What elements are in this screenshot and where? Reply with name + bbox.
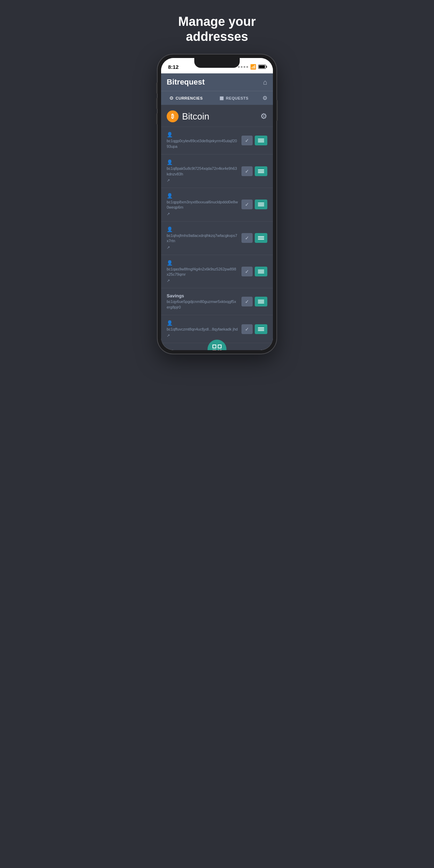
tab-requests-label: REQUESTS (226, 96, 249, 100)
filter-icon[interactable]: ⚙ (262, 95, 267, 101)
menu-line (258, 329, 264, 330)
menu-line (258, 271, 264, 272)
svg-rect-4 (212, 350, 216, 350)
address-label-row-3: 👤 (167, 193, 238, 198)
menu-line (258, 239, 264, 240)
person-icon-3: 👤 (167, 193, 173, 198)
address-label-row-2: 👤 (167, 159, 238, 165)
check-button-5[interactable]: ✓ (241, 267, 253, 276)
hero-title: Manage your addresses (145, 0, 289, 55)
address-with-link-5: bc1qas9w8fmgf4g4n2x6k9sz5262pw898x25c79q… (167, 267, 238, 283)
address-text-3: bc1qpp8xm3nyxt8xxxual6nucldpddd0e8w0weqp… (167, 200, 238, 210)
external-link-icon-4[interactable]: ↗ (167, 245, 170, 250)
tab-bar: ⊙ CURRENCIES ▦ REQUESTS ⚙ (161, 91, 273, 105)
settings-icon[interactable]: ⚙ (260, 112, 267, 121)
phone-mockup: 8:12 📶 Bitrequest ⌂ (158, 55, 276, 354)
notch (194, 58, 240, 68)
app-header: Bitrequest ⌂ (161, 73, 273, 91)
check-button-1[interactable]: ✓ (241, 136, 253, 145)
action-buttons-4: ✓ (241, 233, 267, 243)
address-with-link-3: bc1qpp8xm3nyxt8xxxual6nucldpddd0e8w0weqp… (167, 200, 238, 216)
silent-button (156, 113, 158, 124)
address-text-2: bc1q8pak5u8c9t7254xqda72n4kx4e9h63kdnzv8… (167, 166, 238, 177)
check-button-2[interactable]: ✓ (241, 166, 253, 176)
address-label-row-5: 👤 (167, 260, 238, 266)
volume-up-button (156, 82, 158, 94)
qr-scan-fab[interactable] (208, 340, 226, 350)
app-title: Bitrequest (167, 78, 205, 87)
address-item: 👤 bc1q8pak5u8c9t7254xqda72n4kx4e9h63kdnz… (161, 154, 273, 188)
external-link-icon-2[interactable]: ↗ (167, 178, 170, 183)
currency-circle-icon: ⊙ (169, 95, 174, 101)
menu-button-2[interactable] (255, 166, 267, 176)
address-list: 👤 bc1qgp0cylev89cxt3de8sjekyrm45utajf209… (161, 127, 273, 343)
address-item: 👤 bc1qffuvczmt8qn4ucfjydl...8qyfaekadk j… (161, 315, 273, 343)
person-icon-7: 👤 (167, 320, 173, 326)
person-icon-1: 👤 (167, 132, 173, 137)
address-text-4: bc1qhxjfmhs9atlacxdrqlhkzq7wfacgkvps7x7r… (167, 233, 238, 244)
signal-dot-3 (244, 66, 245, 68)
check-button-3[interactable]: ✓ (241, 200, 253, 209)
menu-line (258, 204, 264, 205)
tab-currencies[interactable]: ⊙ CURRENCIES (167, 94, 205, 102)
wifi-icon: 📶 (250, 64, 256, 70)
menu-line (258, 330, 264, 331)
address-label-row-7: 👤 (167, 320, 238, 326)
address-left-4: 👤 bc1qhxjfmhs9atlacxdrqlhkzq7wfacgkvps7x… (167, 226, 238, 250)
check-button-7[interactable]: ✓ (241, 324, 253, 334)
action-buttons-3: ✓ (241, 200, 267, 209)
action-buttons-5: ✓ (241, 267, 267, 276)
address-left-3: 👤 bc1qpp8xm3nyxt8xxxual6nucldpddd0e8w0we… (167, 193, 238, 216)
external-link-icon-3[interactable]: ↗ (167, 212, 170, 216)
menu-line (258, 169, 264, 170)
address-left-7: 👤 bc1qffuvczmt8qn4ucfjydl...8qyfaekadk j… (167, 320, 238, 338)
menu-line (258, 203, 264, 203)
address-left-1: 👤 bc1qgp0cylev89cxt3de8sjekyrm45utajf209… (167, 132, 238, 149)
menu-line (258, 140, 264, 141)
menu-line (258, 303, 264, 303)
signal-icon (238, 66, 248, 68)
svg-rect-3 (218, 345, 221, 348)
action-buttons-6: ✓ (241, 297, 267, 306)
address-with-link-4: bc1qhxjfmhs9atlacxdrqlhkzq7wfacgkvps7x7r… (167, 233, 238, 250)
menu-button-1[interactable] (255, 136, 267, 145)
menu-line (258, 301, 264, 302)
menu-button-5[interactable] (255, 267, 267, 276)
savings-label: Savings (167, 293, 238, 298)
address-text-5: bc1qas9w8fmgf4g4n2x6k9sz5262pw898x25c79q… (167, 267, 238, 277)
menu-line (258, 205, 264, 206)
volume-down-button (156, 98, 158, 109)
svg-rect-1 (213, 345, 216, 348)
menu-line (258, 139, 264, 139)
signal-dot-4 (246, 66, 248, 68)
svg-rect-7 (220, 350, 222, 350)
person-icon-4: 👤 (167, 226, 173, 232)
svg-rect-6 (218, 350, 219, 350)
external-link-icon-7[interactable]: ↗ (167, 333, 170, 338)
action-buttons-1: ✓ (241, 136, 267, 145)
address-item: 👤 bc1qhxjfmhs9atlacxdrqlhkzq7wfacgkvps7x… (161, 222, 273, 255)
external-link-icon-5[interactable]: ↗ (167, 279, 170, 283)
currency-name: Bitcoin (182, 111, 209, 122)
menu-line (258, 172, 264, 173)
check-button-4[interactable]: ✓ (241, 233, 253, 243)
home-icon[interactable]: ⌂ (263, 78, 267, 86)
person-icon-2: 👤 (167, 159, 173, 165)
power-button (276, 100, 278, 121)
menu-button-4[interactable] (255, 233, 267, 243)
app-content: ₿ Bitcoin ⚙ 👤 bc1qgp0cylev89cxt3de8sjeky… (161, 105, 273, 350)
status-time: 8:12 (168, 64, 179, 70)
address-item: 👤 bc1qpp8xm3nyxt8xxxual6nucldpddd0e8w0we… (161, 188, 273, 222)
address-text-6: bc1qy6ue5pgdjcnm80guzmwr5xktxqgf5xerg8pj… (167, 299, 238, 310)
tab-requests[interactable]: ▦ REQUESTS (217, 94, 251, 102)
menu-button-7[interactable] (255, 324, 267, 334)
currency-header: ₿ Bitcoin ⚙ (161, 105, 273, 127)
menu-line (258, 142, 264, 142)
menu-button-3[interactable] (255, 200, 267, 209)
qr-code-icon: ▦ (219, 95, 224, 101)
address-with-link-2: bc1q8pak5u8c9t7254xqda72n4kx4e9h63kdnzv8… (167, 166, 238, 183)
action-buttons-2: ✓ (241, 166, 267, 176)
menu-button-6[interactable] (255, 297, 267, 306)
menu-line (258, 236, 264, 237)
check-button-6[interactable]: ✓ (241, 297, 253, 306)
